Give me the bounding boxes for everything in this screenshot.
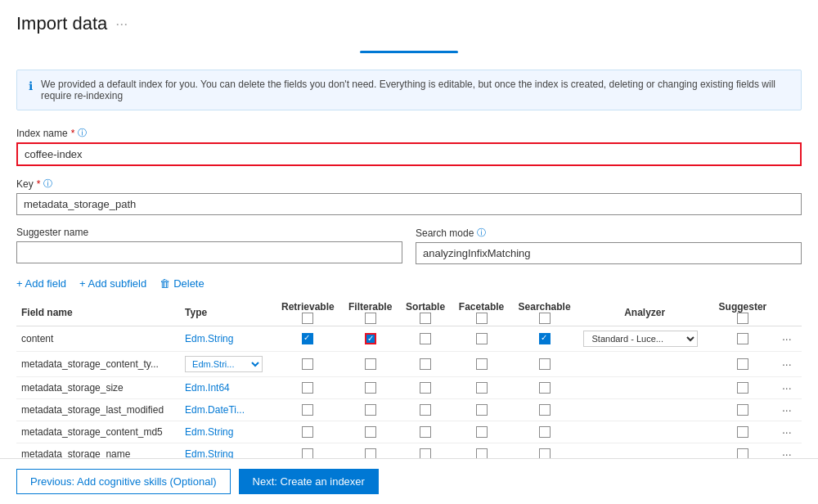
index-name-label: Index name xyxy=(16,128,68,139)
search-mode-info-icon[interactable]: ⓘ xyxy=(477,227,486,239)
type-text: Edm.String xyxy=(185,426,233,438)
suggester-cell xyxy=(712,326,774,352)
retrievable-cell xyxy=(274,377,341,399)
sortable-checkbox[interactable] xyxy=(420,358,431,370)
searchable-checkbox[interactable] xyxy=(539,404,551,416)
row-more-button[interactable]: ··· xyxy=(779,381,795,394)
sortable-all-checkbox[interactable] xyxy=(420,313,431,324)
more-options-icon[interactable]: ··· xyxy=(115,16,128,33)
filterable-cell xyxy=(342,352,399,377)
type-select[interactable]: Edm.Stri... xyxy=(185,356,263,372)
table-row: contentEdm.StringStandard - Luce...··· xyxy=(16,326,802,352)
searchable-checkbox[interactable] xyxy=(539,333,551,344)
searchable-cell xyxy=(511,352,578,377)
search-mode-input[interactable] xyxy=(416,242,802,264)
searchable-cell xyxy=(511,399,578,421)
suggester-checkbox[interactable] xyxy=(737,404,748,416)
type-cell: Edm.String xyxy=(180,421,274,443)
facetable-checkbox[interactable] xyxy=(476,333,488,344)
field-name-cell: content xyxy=(16,326,180,352)
retrievable-checkbox[interactable] xyxy=(302,382,313,394)
add-subfield-button[interactable]: + Add subfield xyxy=(79,277,146,290)
sortable-checkbox[interactable] xyxy=(420,382,431,394)
analyzer-cell[interactable]: Standard - Luce... xyxy=(578,326,712,352)
facetable-checkbox[interactable] xyxy=(476,426,488,438)
back-button[interactable]: Previous: Add cognitive skills (Optional… xyxy=(16,469,231,479)
row-more-button[interactable]: ··· xyxy=(779,403,795,416)
type-cell: Edm.Int64 xyxy=(180,377,274,399)
type-text: Edm.String xyxy=(185,333,233,344)
row-more-button[interactable]: ··· xyxy=(779,358,795,371)
suggester-all-checkbox[interactable] xyxy=(737,313,748,324)
searchable-all-checkbox[interactable] xyxy=(539,313,551,324)
retrievable-checkbox[interactable] xyxy=(302,404,313,416)
searchable-checkbox[interactable] xyxy=(539,358,551,370)
row-more-button[interactable]: ··· xyxy=(779,332,795,345)
retrievable-cell xyxy=(274,326,341,352)
suggester-cell xyxy=(712,399,774,421)
suggester-cell xyxy=(712,421,774,443)
type-cell: Edm.DateTi... xyxy=(180,399,274,421)
add-field-button[interactable]: + Add field xyxy=(16,277,66,290)
searchable-checkbox[interactable] xyxy=(539,382,551,394)
type-cell[interactable]: Edm.Stri... xyxy=(180,352,274,377)
suggester-checkbox[interactable] xyxy=(737,382,748,394)
filterable-checkbox[interactable] xyxy=(365,426,376,438)
sortable-checkbox[interactable] xyxy=(420,404,431,416)
type-text: Edm.Int64 xyxy=(185,382,230,394)
info-banner-text: We provided a default index for you. You… xyxy=(41,79,789,101)
analyzer-select[interactable]: Standard - Luce... xyxy=(583,331,698,347)
type-cell: Edm.String xyxy=(180,326,274,352)
row-more-button[interactable]: ··· xyxy=(779,425,795,439)
type-header: Type xyxy=(180,298,274,326)
searchable-checkbox[interactable] xyxy=(539,426,551,438)
row-more-cell: ··· xyxy=(774,421,802,443)
retrievable-all-checkbox[interactable] xyxy=(302,313,313,324)
sortable-cell xyxy=(399,399,452,421)
row-more-cell: ··· xyxy=(774,326,802,352)
filterable-cell xyxy=(342,421,399,443)
filterable-all-checkbox[interactable] xyxy=(365,313,376,324)
delete-button[interactable]: 🗑 Delete xyxy=(160,277,204,290)
retrievable-header: Retrievable xyxy=(274,298,341,326)
suggester-checkbox[interactable] xyxy=(737,426,748,438)
facetable-all-checkbox[interactable] xyxy=(476,313,488,324)
analyzer-header: Analyzer xyxy=(578,298,712,326)
analyzer-cell xyxy=(578,352,712,377)
retrievable-checkbox[interactable] xyxy=(302,426,313,438)
row-more-cell: ··· xyxy=(774,399,802,421)
retrievable-checkbox[interactable] xyxy=(302,333,313,344)
page-title: Import data xyxy=(16,13,107,34)
retrievable-cell xyxy=(274,421,341,443)
filterable-checkbox[interactable] xyxy=(365,404,376,416)
stepper xyxy=(16,51,802,53)
sortable-checkbox[interactable] xyxy=(420,333,431,344)
suggester-checkbox[interactable] xyxy=(737,333,748,344)
search-mode-label: Search mode xyxy=(416,227,474,239)
suggester-input[interactable] xyxy=(16,241,402,263)
sortable-cell xyxy=(399,352,452,377)
key-info-icon[interactable]: ⓘ xyxy=(43,178,52,190)
index-name-info-icon[interactable]: ⓘ xyxy=(78,127,87,139)
filterable-header: Filterable xyxy=(342,298,399,326)
sortable-cell xyxy=(399,377,452,399)
suggester-checkbox[interactable] xyxy=(737,358,748,370)
facetable-checkbox[interactable] xyxy=(476,358,488,370)
filterable-checkbox[interactable] xyxy=(365,333,376,344)
filterable-checkbox[interactable] xyxy=(365,382,376,394)
analyzer-cell xyxy=(578,399,712,421)
next-button[interactable]: Next: Create an indexer xyxy=(239,469,379,479)
key-input[interactable] xyxy=(16,193,802,215)
suggester-label: Suggester name xyxy=(16,227,88,238)
facetable-cell xyxy=(452,352,510,377)
sortable-checkbox[interactable] xyxy=(420,426,431,438)
facetable-checkbox[interactable] xyxy=(476,382,488,394)
field-name-cell: metadata_storage_content_md5 xyxy=(16,421,180,443)
filterable-cell xyxy=(342,399,399,421)
filterable-checkbox[interactable] xyxy=(365,358,376,370)
suggester-header: Suggester xyxy=(712,298,774,326)
type-text: Edm.DateTi... xyxy=(185,404,245,416)
index-name-input[interactable] xyxy=(16,142,802,166)
retrievable-checkbox[interactable] xyxy=(302,358,313,370)
facetable-checkbox[interactable] xyxy=(476,404,488,416)
